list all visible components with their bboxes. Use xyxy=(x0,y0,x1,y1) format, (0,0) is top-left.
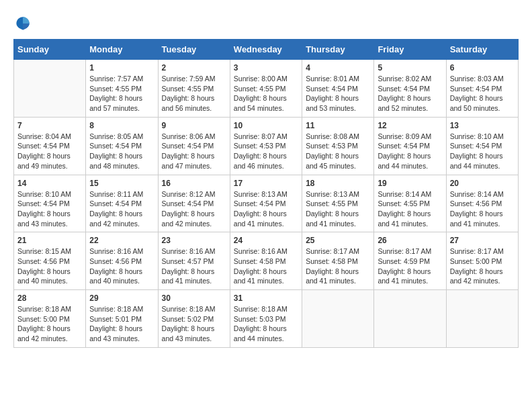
sunset-label: Sunset: 4:55 PM xyxy=(234,85,286,93)
sunrise-label: Sunrise: 8:12 AM xyxy=(162,190,216,198)
calendar-cell: 3 Sunrise: 8:00 AM Sunset: 4:55 PM Dayli… xyxy=(230,60,302,118)
week-row-2: 7 Sunrise: 8:04 AM Sunset: 4:54 PM Dayli… xyxy=(14,117,519,175)
sunrise-label: Sunrise: 8:13 AM xyxy=(234,190,287,198)
sunrise-label: Sunrise: 8:18 AM xyxy=(162,305,216,313)
sunset-label: Sunset: 4:56 PM xyxy=(89,257,142,265)
calendar-cell: 31 Sunrise: 8:18 AM Sunset: 5:03 PM Dayl… xyxy=(230,290,302,348)
sunset-label: Sunset: 4:54 PM xyxy=(17,199,70,208)
daylight-label: Daylight: 8 hours and 42 minutes. xyxy=(17,324,71,342)
cell-content: Sunrise: 8:10 AM Sunset: 4:54 PM Dayligh… xyxy=(17,189,82,229)
sunset-label: Sunset: 4:55 PM xyxy=(378,199,430,208)
day-number: 21 xyxy=(17,236,82,245)
sunset-label: Sunset: 5:00 PM xyxy=(450,257,502,265)
sunset-label: Sunset: 4:54 PM xyxy=(162,199,214,208)
day-number: 19 xyxy=(378,179,442,188)
cell-content: Sunrise: 8:02 AM Sunset: 4:54 PM Dayligh… xyxy=(378,74,442,113)
cell-content: Sunrise: 8:05 AM Sunset: 4:54 PM Dayligh… xyxy=(89,132,154,171)
calendar-cell xyxy=(302,290,374,348)
calendar-cell: 16 Sunrise: 8:12 AM Sunset: 4:54 PM Dayl… xyxy=(158,175,230,232)
cell-content: Sunrise: 8:03 AM Sunset: 4:54 PM Dayligh… xyxy=(450,74,515,113)
calendar-cell: 15 Sunrise: 8:11 AM Sunset: 4:54 PM Dayl… xyxy=(86,175,158,232)
calendar-cell: 22 Sunrise: 8:16 AM Sunset: 4:56 PM Dayl… xyxy=(86,232,158,290)
day-number: 9 xyxy=(162,121,226,130)
sunset-label: Sunset: 4:54 PM xyxy=(89,142,142,150)
sunrise-label: Sunrise: 8:06 AM xyxy=(162,132,216,140)
sunrise-label: Sunrise: 8:10 AM xyxy=(17,190,71,198)
sunrise-label: Sunrise: 8:02 AM xyxy=(378,75,431,83)
day-number: 30 xyxy=(162,293,226,303)
day-number: 26 xyxy=(378,236,442,245)
calendar-cell: 7 Sunrise: 8:04 AM Sunset: 4:54 PM Dayli… xyxy=(14,117,86,175)
daylight-label: Daylight: 8 hours and 57 minutes. xyxy=(89,94,142,112)
cell-content: Sunrise: 8:12 AM Sunset: 4:54 PM Dayligh… xyxy=(162,189,226,229)
day-number: 29 xyxy=(89,293,154,303)
week-row-3: 14 Sunrise: 8:10 AM Sunset: 4:54 PM Dayl… xyxy=(14,175,519,232)
page-header xyxy=(13,13,519,32)
sunset-label: Sunset: 4:56 PM xyxy=(17,257,70,265)
daylight-label: Daylight: 8 hours and 43 minutes. xyxy=(17,210,71,228)
calendar-cell: 26 Sunrise: 8:17 AM Sunset: 4:59 PM Dayl… xyxy=(374,232,446,290)
week-row-5: 28 Sunrise: 8:18 AM Sunset: 5:00 PM Dayl… xyxy=(14,290,519,348)
daylight-label: Daylight: 8 hours and 41 minutes. xyxy=(450,210,503,228)
day-number: 14 xyxy=(17,179,82,188)
day-number: 31 xyxy=(234,293,298,303)
cell-content: Sunrise: 8:04 AM Sunset: 4:54 PM Dayligh… xyxy=(17,132,82,171)
day-number: 16 xyxy=(162,179,226,188)
day-number: 8 xyxy=(89,121,154,130)
daylight-label: Daylight: 8 hours and 42 minutes. xyxy=(450,267,503,285)
cell-content: Sunrise: 8:18 AM Sunset: 5:01 PM Dayligh… xyxy=(89,304,154,344)
sunrise-label: Sunrise: 8:18 AM xyxy=(234,305,287,313)
day-number: 25 xyxy=(306,236,370,245)
calendar-cell: 13 Sunrise: 8:10 AM Sunset: 4:54 PM Dayl… xyxy=(446,117,518,175)
sunset-label: Sunset: 4:54 PM xyxy=(162,142,214,150)
sunrise-label: Sunrise: 8:16 AM xyxy=(162,247,216,255)
cell-content: Sunrise: 8:18 AM Sunset: 5:00 PM Dayligh… xyxy=(17,304,82,344)
daylight-label: Daylight: 8 hours and 41 minutes. xyxy=(378,267,431,285)
calendar-cell: 10 Sunrise: 8:07 AM Sunset: 4:53 PM Dayl… xyxy=(230,117,302,175)
day-number: 28 xyxy=(17,293,82,303)
cell-content: Sunrise: 8:17 AM Sunset: 4:59 PM Dayligh… xyxy=(378,246,442,286)
day-number: 5 xyxy=(378,63,442,73)
sunset-label: Sunset: 4:55 PM xyxy=(306,199,358,208)
sunrise-label: Sunrise: 8:14 AM xyxy=(450,190,504,198)
daylight-label: Daylight: 8 hours and 43 minutes. xyxy=(89,324,142,342)
calendar-cell xyxy=(14,60,86,118)
sunrise-label: Sunrise: 8:18 AM xyxy=(17,305,71,313)
calendar-cell xyxy=(374,290,446,348)
calendar-cell: 18 Sunrise: 8:13 AM Sunset: 4:55 PM Dayl… xyxy=(302,175,374,232)
day-number: 2 xyxy=(162,63,226,73)
calendar-table: SundayMondayTuesdayWednesdayThursdayFrid… xyxy=(13,39,519,348)
daylight-label: Daylight: 8 hours and 56 minutes. xyxy=(162,94,215,112)
sunset-label: Sunset: 5:00 PM xyxy=(17,315,70,323)
calendar-cell: 24 Sunrise: 8:16 AM Sunset: 4:58 PM Dayl… xyxy=(230,232,302,290)
sunrise-label: Sunrise: 7:57 AM xyxy=(89,75,143,83)
sunset-label: Sunset: 4:54 PM xyxy=(450,85,502,93)
cell-content: Sunrise: 8:11 AM Sunset: 4:54 PM Dayligh… xyxy=(89,189,154,229)
cell-content: Sunrise: 8:01 AM Sunset: 4:54 PM Dayligh… xyxy=(306,74,370,113)
cell-content: Sunrise: 8:06 AM Sunset: 4:54 PM Dayligh… xyxy=(162,132,226,171)
week-row-1: 1 Sunrise: 7:57 AM Sunset: 4:55 PM Dayli… xyxy=(14,60,519,118)
daylight-label: Daylight: 8 hours and 47 minutes. xyxy=(162,152,215,170)
calendar-cell: 1 Sunrise: 7:57 AM Sunset: 4:55 PM Dayli… xyxy=(86,60,158,118)
calendar-cell: 14 Sunrise: 8:10 AM Sunset: 4:54 PM Dayl… xyxy=(14,175,86,232)
calendar-cell xyxy=(446,290,518,348)
cell-content: Sunrise: 8:16 AM Sunset: 4:56 PM Dayligh… xyxy=(89,246,154,286)
daylight-label: Daylight: 8 hours and 40 minutes. xyxy=(17,267,71,285)
sunrise-label: Sunrise: 8:00 AM xyxy=(234,75,287,83)
day-number: 18 xyxy=(306,179,370,188)
calendar-cell: 8 Sunrise: 8:05 AM Sunset: 4:54 PM Dayli… xyxy=(86,117,158,175)
daylight-label: Daylight: 8 hours and 41 minutes. xyxy=(306,210,359,228)
logo xyxy=(13,13,35,32)
sunrise-label: Sunrise: 8:13 AM xyxy=(306,190,359,198)
cell-content: Sunrise: 8:16 AM Sunset: 4:58 PM Dayligh… xyxy=(234,246,298,286)
sunrise-label: Sunrise: 8:17 AM xyxy=(450,247,504,255)
week-row-4: 21 Sunrise: 8:15 AM Sunset: 4:56 PM Dayl… xyxy=(14,232,519,290)
cell-content: Sunrise: 8:17 AM Sunset: 4:58 PM Dayligh… xyxy=(306,246,370,286)
calendar-cell: 11 Sunrise: 8:08 AM Sunset: 4:53 PM Dayl… xyxy=(302,117,374,175)
calendar-cell: 28 Sunrise: 8:18 AM Sunset: 5:00 PM Dayl… xyxy=(14,290,86,348)
day-number: 10 xyxy=(234,121,298,130)
daylight-label: Daylight: 8 hours and 42 minutes. xyxy=(162,210,215,228)
sunset-label: Sunset: 5:02 PM xyxy=(162,315,214,323)
daylight-label: Daylight: 8 hours and 41 minutes. xyxy=(234,267,287,285)
calendar-cell: 9 Sunrise: 8:06 AM Sunset: 4:54 PM Dayli… xyxy=(158,117,230,175)
